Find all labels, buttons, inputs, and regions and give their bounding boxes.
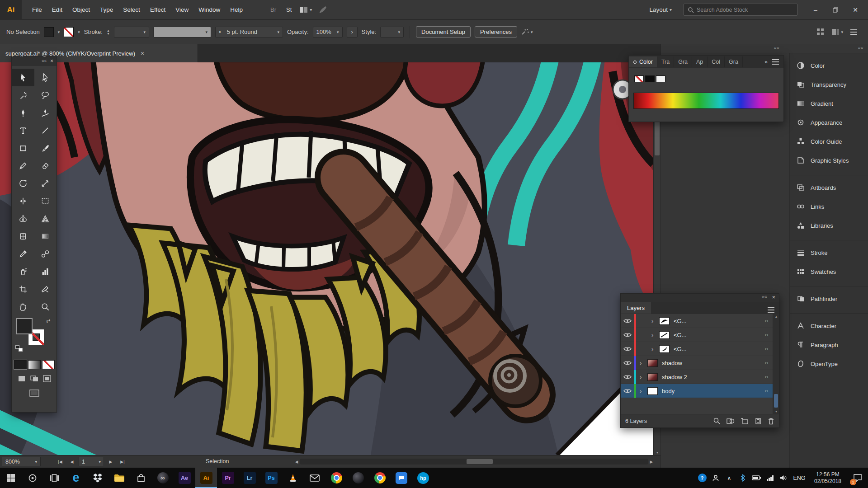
layers-scroll-thumb[interactable]: [774, 394, 778, 408]
tab-graphic-styles[interactable]: Gra: [725, 56, 743, 67]
canvas-horizontal-scrollbar[interactable]: ◀ ▶: [293, 457, 655, 466]
perspective-grid-tool[interactable]: [34, 210, 57, 227]
previous-artboard-button[interactable]: ◀: [67, 460, 77, 464]
task-view-button[interactable]: [43, 468, 65, 488]
symbol-sprayer-tool[interactable]: [12, 263, 34, 280]
line-segment-tool[interactable]: [34, 122, 57, 139]
search-button[interactable]: [22, 468, 43, 488]
minimize-button[interactable]: –: [806, 1, 826, 19]
bridge-button[interactable]: Br: [269, 5, 278, 14]
stroke-weight-select[interactable]: ▾: [114, 27, 149, 38]
illustrator-icon-active[interactable]: Ai: [195, 468, 217, 488]
width-tool[interactable]: [12, 192, 34, 210]
target-circle-icon[interactable]: ○: [765, 332, 768, 338]
screen-mode-icon[interactable]: [29, 389, 40, 397]
scale-tool[interactable]: [34, 174, 57, 192]
clock[interactable]: 12:56 PM02/05/2018: [808, 471, 847, 485]
shape-builder-tool[interactable]: [12, 210, 34, 227]
horizontal-scroll-thumb[interactable]: [467, 459, 493, 464]
chevron-down-icon[interactable]: ▾: [58, 30, 60, 34]
visibility-eye-icon[interactable]: [621, 356, 634, 370]
volume-icon[interactable]: [777, 468, 790, 488]
document-setup-button[interactable]: Document Setup: [416, 26, 471, 38]
edge-icon[interactable]: e: [65, 468, 87, 488]
draw-normal-icon[interactable]: [17, 375, 27, 383]
layers-scrollbar[interactable]: ▲ ▼: [773, 314, 779, 414]
collapse-panel-icon[interactable]: ««: [762, 294, 767, 299]
gradient-tool[interactable]: [34, 227, 57, 245]
new-layer-icon[interactable]: [755, 418, 762, 425]
close-document-icon[interactable]: ×: [141, 50, 144, 57]
color-spectrum-bar[interactable]: [633, 93, 779, 109]
collapse-tools-icon[interactable]: ««: [42, 58, 47, 63]
target-circle-icon[interactable]: ○: [765, 360, 768, 366]
menu-window[interactable]: Window: [193, 4, 225, 15]
target-circle-icon[interactable]: ○: [765, 318, 768, 324]
collapse-dock-icon[interactable]: ««: [858, 45, 863, 51]
dock-item-color[interactable]: Color: [790, 56, 868, 75]
chrome-icon[interactable]: [326, 468, 347, 488]
artwork[interactable]: [0, 62, 653, 455]
white-swatch[interactable]: [656, 75, 665, 82]
tab-gradient[interactable]: Gra: [674, 56, 692, 67]
draw-inside-icon[interactable]: [42, 375, 52, 383]
dock-item-pathfinder[interactable]: Pathfinder: [790, 289, 868, 308]
layout-switcher[interactable]: Layout▾: [646, 5, 675, 15]
layer-row-selected[interactable]: › body ○: [621, 384, 779, 398]
type-tool[interactable]: [12, 122, 34, 139]
messaging-icon[interactable]: [391, 468, 412, 488]
dock-item-swatches[interactable]: Swatches: [790, 262, 868, 281]
menu-help[interactable]: Help: [225, 4, 248, 15]
selection-tool[interactable]: [12, 69, 34, 86]
file-explorer-icon[interactable]: [108, 468, 130, 488]
workspace-switch-button[interactable]: ▾: [831, 28, 843, 35]
expand-arrow-icon[interactable]: ›: [651, 318, 656, 324]
layers-tab[interactable]: Layers: [621, 302, 651, 314]
menu-view[interactable]: View: [170, 4, 193, 15]
magic-wand-tool[interactable]: [12, 86, 34, 104]
menu-file[interactable]: File: [27, 4, 47, 15]
dock-item-graphic-styles[interactable]: Graphic Styles: [790, 151, 868, 170]
search-input[interactable]: [697, 7, 793, 13]
style-select[interactable]: ▾: [380, 27, 404, 38]
canvas[interactable]: [0, 62, 653, 455]
dock-item-transparency[interactable]: Transparency: [790, 75, 868, 94]
none-mode-button[interactable]: [42, 360, 55, 369]
hp-icon[interactable]: hp: [412, 468, 434, 488]
direct-selection-tool[interactable]: [34, 69, 57, 86]
layers-panel-menu-icon[interactable]: [768, 304, 779, 312]
first-artboard-button[interactable]: |◀: [55, 460, 65, 464]
dock-item-gradient[interactable]: Gradient: [790, 94, 868, 113]
people-icon[interactable]: [709, 468, 722, 488]
expand-arrow-icon[interactable]: ›: [640, 374, 644, 380]
dock-item-paragraph[interactable]: Paragraph: [790, 335, 868, 354]
expand-arrow-icon[interactable]: ›: [640, 360, 644, 366]
artboard-number-field[interactable]: 1▾: [79, 457, 104, 466]
camera-app-icon[interactable]: ∞: [152, 468, 174, 488]
curvature-tool[interactable]: [34, 104, 57, 122]
target-circle-icon[interactable]: ○: [765, 346, 768, 352]
scroll-up-icon[interactable]: ▲: [773, 315, 779, 318]
dock-item-libraries[interactable]: Libraries: [790, 216, 868, 235]
layer-thumbnail[interactable]: [647, 387, 658, 395]
chevron-down-icon[interactable]: ▾: [78, 30, 80, 34]
dropbox-icon[interactable]: [87, 468, 108, 488]
layer-row[interactable]: › <G... ○: [621, 342, 779, 356]
layer-row[interactable]: › shadow ○: [621, 356, 779, 370]
layer-row[interactable]: › <G... ○: [621, 328, 779, 342]
menu-type[interactable]: Type: [95, 4, 118, 15]
stroke-weight-stepper[interactable]: ▲▼: [107, 29, 110, 35]
free-transform-tool[interactable]: [34, 192, 57, 210]
after-effects-icon[interactable]: Ae: [174, 468, 195, 488]
visibility-eye-icon[interactable]: [621, 328, 634, 342]
brush-select[interactable]: ●5 pt. Round▾: [215, 27, 283, 38]
visibility-eye-icon[interactable]: [621, 384, 634, 398]
tab-overflow-icon[interactable]: »: [761, 59, 771, 65]
stroke-swatch[interactable]: [64, 27, 74, 37]
last-artboard-button[interactable]: ▶|: [118, 460, 127, 464]
locate-object-icon[interactable]: [713, 417, 721, 425]
dock-item-artboards[interactable]: Artboards: [790, 178, 868, 197]
blend-tool[interactable]: [34, 245, 57, 263]
layer-row[interactable]: › <G... ○: [621, 314, 779, 328]
delete-layer-icon[interactable]: [768, 418, 774, 425]
